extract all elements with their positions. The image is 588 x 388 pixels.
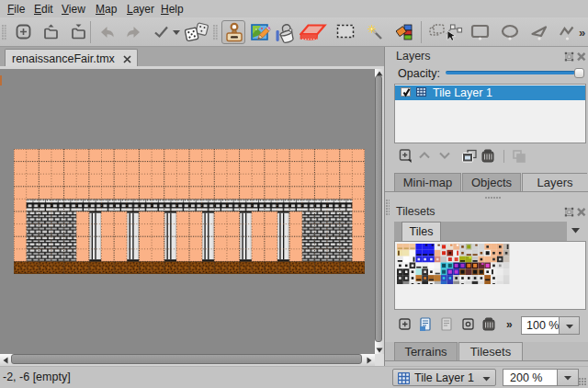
svg-text:»: »	[506, 318, 513, 331]
